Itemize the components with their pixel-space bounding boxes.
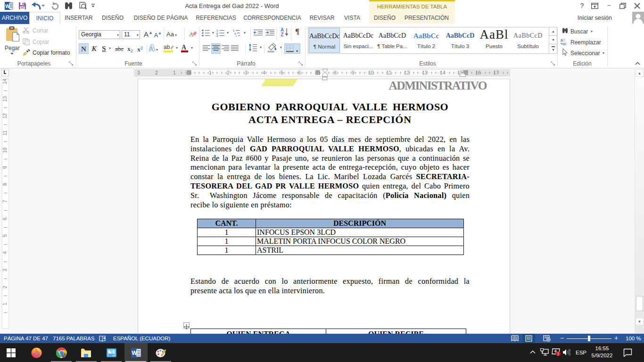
svg-text:W: W bbox=[5, 4, 10, 9]
svg-text:ac: ac bbox=[562, 41, 567, 45]
svg-text:ab: ab bbox=[164, 44, 170, 50]
svg-text:A: A bbox=[182, 44, 187, 51]
svg-text:i: i bbox=[236, 34, 237, 37]
svg-text:3: 3 bbox=[216, 34, 218, 37]
svg-text:W: W bbox=[132, 350, 137, 356]
